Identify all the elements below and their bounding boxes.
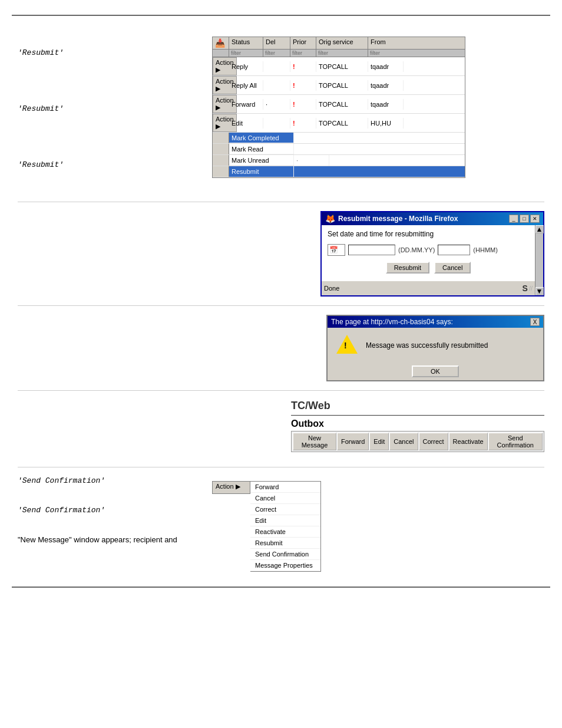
table-row: Action ▶ Forward · ! TOPCALL tqaadr	[213, 95, 465, 114]
context-empty-1	[213, 133, 229, 143]
edit-toolbar-button[interactable]: Edit	[369, 433, 389, 450]
right-col-1: 📥 Status Del Prior Orig service From fil…	[212, 37, 544, 187]
dialog-body: Set date and time for resubmitting 📅 (DD…	[322, 225, 535, 281]
cell-orig-1: TOPCALL	[316, 61, 368, 72]
context-mark-unread[interactable]: Mark Unread	[229, 155, 294, 166]
cell-orig-3: TOPCALL	[316, 99, 368, 110]
gh-orig: Orig service	[316, 37, 368, 49]
gh-from: From	[368, 37, 404, 49]
cell-action-3[interactable]: Action ▶	[213, 95, 229, 113]
outbox-action-menu: Action ▶ Forward Cancel Correct Edit Rea…	[212, 481, 544, 572]
outbox-mi-message-properties[interactable]: Message Properties	[250, 560, 320, 571]
ok-button[interactable]: OK	[412, 365, 459, 377]
gh-prior: Prior	[290, 37, 316, 49]
time-input[interactable]	[438, 245, 470, 255]
section-divider-2	[18, 305, 544, 306]
cell-prior-3: !	[290, 99, 316, 110]
calendar-icon-box[interactable]: 📅	[328, 244, 345, 256]
tcweb-title: TC/Web	[291, 400, 544, 412]
outbox-mi-edit[interactable]: Edit	[250, 515, 320, 526]
alert-dialog-container: The page at http://vm-ch-basis04 says: X…	[0, 309, 562, 387]
section-divider-1	[18, 202, 544, 202]
cell-orig-2: TOPCALL	[316, 80, 368, 91]
table-row: Action ▶ Reply All ! TOPCALL tqaadr	[213, 76, 465, 95]
cell-del-4	[263, 118, 290, 129]
fr-prior: filter	[290, 50, 316, 57]
cell-prior-4: !	[290, 118, 316, 129]
bottom-left-text-1: 'Send Confirmation'	[18, 476, 200, 485]
outbox-mi-forward[interactable]: Forward	[250, 482, 320, 493]
cell-action-4[interactable]: Action ▶	[213, 114, 229, 132]
close-button[interactable]: ✕	[530, 215, 540, 223]
left-text-2: 'Resubmit'	[18, 104, 200, 113]
dialog-main: Set date and time for resubmitting 📅 (DD…	[322, 225, 535, 295]
fr-status: filter	[229, 50, 263, 57]
correct-toolbar-button[interactable]: Correct	[419, 433, 448, 450]
cell-prior-2: !	[290, 80, 316, 91]
context-mark-read[interactable]: Mark Read	[229, 144, 294, 154]
bottom-left-col: 'Send Confirmation' 'Send Confirmation' …	[18, 476, 200, 572]
cell-from-1: tqaadr	[368, 61, 404, 72]
table-row: Action ▶ Reply ! TOPCALL tqaadr	[213, 57, 465, 76]
maximize-button[interactable]: □	[520, 215, 529, 223]
cell-del-1	[263, 61, 290, 72]
gh-icon: 📥	[213, 37, 229, 49]
scroll-down-btn[interactable]: ▼	[535, 287, 544, 295]
bottom-right-col: Action ▶ Forward Cancel Correct Edit Rea…	[212, 476, 544, 572]
outbox-mi-cancel[interactable]: Cancel	[250, 493, 320, 504]
bottom-left-text-3: "New Message" window appears; recipient …	[18, 535, 200, 544]
outbox-mi-send-confirmation[interactable]: Send Confirmation	[250, 549, 320, 560]
exclamation-1: !	[293, 63, 295, 70]
gh-status: Status	[229, 37, 263, 49]
scroll-up-btn[interactable]: ▲	[535, 225, 544, 233]
outbox-mi-resubmit[interactable]: Resubmit	[250, 538, 320, 549]
outbox-action-trigger[interactable]: Action ▶	[212, 481, 250, 494]
cell-from-3: tqaadr	[368, 99, 404, 110]
alert-close-button[interactable]: X	[530, 318, 540, 326]
context-menu-row: Mark Completed	[213, 133, 465, 144]
time-hint: (HHMM)	[473, 246, 498, 253]
exclamation-4: !	[293, 120, 295, 127]
cell-action-1[interactable]: Action ▶	[213, 57, 229, 75]
outbox-title: Outbox	[291, 419, 544, 429]
resubmit-dialog: 🦊 Resubmit message - Mozilla Firefox _ □…	[320, 211, 544, 297]
resubmit-button[interactable]: Resubmit	[386, 262, 429, 274]
tcweb-rule	[291, 415, 544, 416]
dialog-input-row: 📅 (DD.MM.YY) (HHMM)	[328, 244, 529, 256]
cell-del-3: ·	[263, 99, 290, 110]
minimize-button[interactable]: _	[509, 215, 518, 223]
section-divider-4	[18, 467, 544, 467]
exclamation-3: !	[293, 101, 295, 108]
context-mark-completed[interactable]: Mark Completed	[229, 133, 294, 143]
new-message-button[interactable]: New Message	[293, 433, 336, 450]
cancel-toolbar-button[interactable]: Cancel	[389, 433, 418, 450]
fr-empty	[213, 50, 229, 57]
filter-row: filter filter filter filter filter	[213, 50, 465, 57]
top-rule	[12, 15, 550, 16]
cell-from-4: HU,HU	[368, 118, 404, 129]
context-menu-row: Resubmit	[213, 166, 465, 177]
reactivate-toolbar-button[interactable]: Reactivate	[449, 433, 488, 450]
footer-icon: S	[523, 284, 528, 293]
scrollbar-right[interactable]: ▲ ▼	[535, 225, 543, 295]
fr-from: filter	[368, 50, 404, 57]
forward-toolbar-button[interactable]: Forward	[337, 433, 369, 450]
dialog-done-text: Done	[324, 285, 339, 292]
left-text-3: 'Resubmit'	[18, 160, 200, 169]
page-container: 'Resubmit' 'Resubmit' 'Resubmit' 📥 Statu…	[0, 0, 562, 602]
tcweb-content: TC/Web Outbox New Message Forward Edit C…	[18, 400, 544, 458]
context-resubmit[interactable]: Resubmit	[229, 166, 294, 177]
cell-menu-4: Edit	[229, 118, 263, 129]
bottom-section: 'Send Confirmation' 'Send Confirmation' …	[0, 470, 562, 578]
cell-action-2[interactable]: Action ▶	[213, 76, 229, 94]
outbox-mi-reactivate[interactable]: Reactivate	[250, 526, 320, 538]
titlebar-buttons: _ □ ✕	[509, 215, 540, 223]
date-input[interactable]	[348, 245, 395, 255]
send-confirmation-toolbar-button[interactable]: Send Confirmation	[488, 433, 543, 450]
cell-menu-1: Reply	[229, 61, 263, 72]
outbox-mi-correct[interactable]: Correct	[250, 504, 320, 515]
outbox-menu-items: Forward Cancel Correct Edit Reactivate R…	[250, 481, 321, 572]
footer-slash: //	[529, 285, 533, 292]
gh-del: Del	[263, 37, 290, 49]
cancel-button[interactable]: Cancel	[434, 262, 471, 274]
